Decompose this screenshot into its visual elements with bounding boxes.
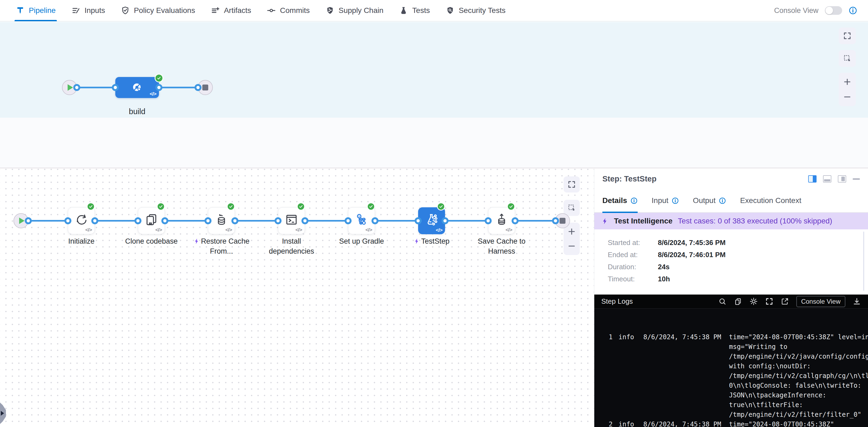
step-label: TestStep (399, 236, 464, 247)
banner-detail: Test cases: 0 of 383 executed (100% skip… (678, 217, 832, 225)
success-check-icon (87, 202, 95, 210)
log-lines[interactable]: 1 info 8/6/2024, 7:45:38 PM time="2024-0… (594, 308, 868, 427)
open-in-new-icon[interactable] (781, 297, 789, 305)
step-label: Save Cache to Harness (469, 236, 534, 256)
tab-output[interactable]: Output (693, 189, 726, 212)
step-label: Initialize (49, 236, 114, 247)
refresh-icon (74, 213, 88, 227)
tab-artifacts[interactable]: Artifacts (211, 0, 251, 21)
execution-tab-bar: Pipeline Inputs Policy Evaluations Artif… (0, 0, 868, 22)
detail-row-started: Started at:8/6/2024, 7:45:36 PM (608, 239, 868, 247)
commit-icon (267, 6, 276, 15)
code-icon: </> (85, 227, 92, 233)
selection-tool-button[interactable] (564, 200, 580, 216)
zoom-out-button[interactable] (843, 93, 851, 101)
connector-dot (155, 84, 162, 91)
policy-shield-icon (121, 6, 130, 15)
zoom-in-button[interactable] (843, 77, 851, 86)
bolt-icon (193, 238, 200, 244)
search-icon[interactable] (718, 297, 726, 305)
expand-sidebar-handle[interactable] (0, 402, 6, 424)
banner-title: Test Intelligence (614, 217, 673, 225)
layout-split-right-icon[interactable] (808, 175, 816, 183)
minimize-panel-icon[interactable] (852, 178, 860, 180)
flask-icon (399, 6, 408, 15)
tab-label: Commits (280, 6, 310, 15)
connector-dot (231, 217, 239, 224)
fullscreen-icon[interactable] (765, 297, 773, 305)
tab-commits[interactable]: Commits (267, 0, 310, 21)
play-icon (19, 218, 25, 224)
connector-dot (302, 217, 308, 224)
tab-label: Inputs (85, 6, 105, 15)
success-check-icon (437, 202, 445, 210)
tab-label: Supply Chain (339, 6, 383, 15)
step-label: Clone codebase (119, 236, 184, 247)
fullscreen-button[interactable] (839, 28, 856, 44)
layout-bottom-icon[interactable] (823, 175, 831, 183)
code-icon: </> (436, 227, 442, 233)
test-intelligence-banner[interactable]: Test Intelligence Test cases: 0 of 383 e… (594, 213, 868, 229)
step-logs-panel: Step Logs Console View 1 info (594, 295, 868, 427)
tab-tests[interactable]: Tests (399, 0, 430, 21)
tab-input[interactable]: Input (652, 189, 679, 212)
tab-details[interactable]: Details (602, 189, 638, 212)
layout-right-icon[interactable] (838, 175, 846, 183)
zoom-out-button[interactable] (567, 242, 576, 251)
tab-label: Security Tests (459, 6, 506, 15)
stage-node-build[interactable]: </> (115, 77, 159, 98)
info-icon[interactable] (848, 6, 857, 15)
code-icon: </> (506, 227, 512, 233)
stage-graph-canvas: </> build (0, 22, 868, 118)
connector-dot (73, 84, 80, 91)
step-label: Restore Cache From... (192, 236, 251, 256)
connector-dot (512, 217, 519, 224)
code-icon: </> (366, 227, 372, 233)
tab-inputs[interactable]: Inputs (71, 0, 105, 21)
connector-dot (112, 84, 119, 91)
tab-label: Policy Evaluations (134, 6, 195, 15)
step-node-save-cache[interactable]: </> (488, 207, 515, 234)
tab-label: Pipeline (29, 6, 56, 15)
step-graph-canvas: </> </> </> </> </> (0, 169, 594, 427)
step-node-clone-codebase[interactable]: </> (138, 207, 165, 234)
console-view-button[interactable]: Console View (796, 296, 845, 307)
console-view-toggle[interactable] (825, 6, 842, 15)
zoom-controls (564, 223, 580, 255)
step-node-set-up-gradle[interactable]: </> (348, 207, 375, 234)
connector-dot (485, 217, 492, 224)
success-check-icon (157, 202, 165, 210)
tab-supply-chain[interactable]: Supply Chain (326, 0, 383, 21)
terminal-icon (284, 213, 299, 227)
scrollbar[interactable] (863, 232, 864, 291)
fullscreen-button[interactable] (564, 176, 580, 193)
tab-security-tests[interactable]: Security Tests (445, 0, 506, 21)
step-node-restore-cache[interactable]: </> (208, 207, 235, 234)
connector-dot (64, 217, 71, 224)
connector-dot (194, 84, 202, 91)
panel-tab-bar: Details Input Output Execution Context (594, 189, 868, 213)
tab-execution-context[interactable]: Execution Context (740, 189, 801, 212)
code-icon: </> (225, 227, 232, 233)
step-node-initialize[interactable]: </> (68, 207, 95, 234)
zoom-in-button[interactable] (567, 227, 576, 236)
copy-icon[interactable] (734, 297, 742, 305)
log-row: 2 info 8/6/2024, 7:45:38 PM time="2024-0… (606, 420, 868, 427)
code-icon: </> (155, 227, 162, 233)
success-check-icon (507, 202, 515, 210)
toggle-knob (826, 7, 833, 14)
stage-label[interactable]: build (110, 107, 164, 116)
bolt-icon (413, 238, 420, 244)
success-check-icon (227, 202, 235, 210)
gear-icon[interactable] (749, 297, 758, 305)
connector-dot (91, 217, 98, 224)
download-icon[interactable] (852, 297, 861, 305)
stop-icon (202, 85, 208, 91)
step-node-teststep[interactable]: </> (418, 207, 445, 234)
selection-tool-button[interactable] (839, 50, 856, 67)
connector-dot (345, 217, 351, 224)
tab-policy-evaluations[interactable]: Policy Evaluations (121, 0, 195, 21)
tab-pipeline[interactable]: Pipeline (16, 0, 56, 21)
step-node-install-dependencies[interactable]: </> (278, 207, 305, 234)
tab-label: Artifacts (224, 6, 251, 15)
